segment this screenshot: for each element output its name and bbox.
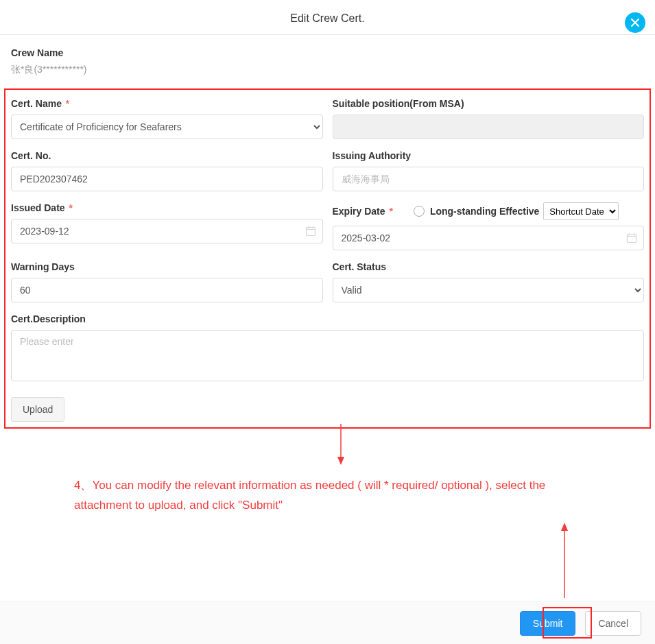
warning-days-label: Warning Days xyxy=(11,261,323,272)
crew-name-value: 张*良(3***********) xyxy=(11,64,87,75)
upload-button[interactable]: Upload xyxy=(11,397,64,422)
modal-footer: Submit Cancel xyxy=(0,601,655,644)
cert-status-label: Cert. Status xyxy=(333,261,645,272)
cert-description-label: Cert.Description xyxy=(11,313,644,324)
expiry-date-label: Expiry Date * xyxy=(333,206,393,217)
cert-no-label: Cert. No. xyxy=(11,150,323,161)
warning-days-input[interactable] xyxy=(11,278,323,302)
longstanding-radio[interactable] xyxy=(414,206,425,217)
longstanding-label: Long-standing Effective xyxy=(430,206,539,217)
cancel-button[interactable]: Cancel xyxy=(585,611,641,636)
cert-no-input[interactable] xyxy=(11,167,323,191)
expiry-date-input[interactable] xyxy=(333,226,645,250)
cert-status-select[interactable]: Valid xyxy=(333,278,645,302)
svg-marker-11 xyxy=(561,523,568,531)
annotation-text: 4、You can modify the relevant informatio… xyxy=(74,476,602,516)
submit-button[interactable]: Submit xyxy=(520,611,576,636)
issuing-authority-input[interactable] xyxy=(333,167,645,191)
issued-date-input[interactable] xyxy=(11,219,323,243)
close-button[interactable] xyxy=(625,12,645,33)
suitable-position-input xyxy=(333,115,645,139)
issuing-authority-label: Issuing Authority xyxy=(333,150,645,161)
cert-name-label: Cert. Name * xyxy=(11,98,323,109)
arrow-down-icon xyxy=(334,424,348,465)
issued-date-label: Issued Date * xyxy=(11,202,323,213)
form-highlight-box: Cert. Name * Certificate of Proficiency … xyxy=(4,88,651,429)
suitable-position-label: Suitable position(From MSA) xyxy=(333,98,645,109)
cert-name-select[interactable]: Certificate of Proficiency for Seafarers xyxy=(11,115,323,139)
modal-title: Edit Crew Cert. xyxy=(290,12,364,24)
svg-marker-9 xyxy=(337,457,344,465)
arrow-up-icon xyxy=(558,523,571,598)
shortcut-date-select[interactable]: Shortcut Date xyxy=(543,202,619,220)
cert-description-textarea[interactable] xyxy=(11,330,644,381)
crew-name-label: Crew Name xyxy=(11,47,644,58)
close-icon xyxy=(630,17,641,28)
